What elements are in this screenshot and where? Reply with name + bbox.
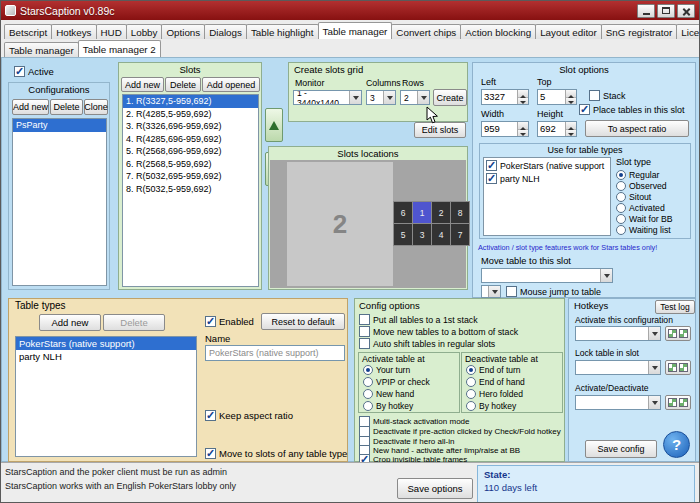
left-spinner[interactable]: 3327 bbox=[481, 89, 529, 105]
slot-move-up-button[interactable] bbox=[265, 108, 283, 142]
test-log-button[interactable]: Test log bbox=[655, 300, 695, 314]
activate-deactivate-hotkey-grid-button[interactable] bbox=[665, 395, 691, 410]
config-add-new-button[interactable]: Add new bbox=[12, 99, 49, 115]
table-type-checkbox[interactable]: party NLH bbox=[486, 173, 611, 184]
tab-hud[interactable]: HUD bbox=[96, 24, 127, 39]
lock-table-hotkey-grid-button[interactable] bbox=[665, 360, 691, 375]
list-item[interactable]: 1. R(3327,5-959,692) bbox=[123, 95, 258, 108]
place-tables-checkbox[interactable]: Place tables in this slot bbox=[579, 104, 685, 115]
put-all-tables-checkbox[interactable]: Put all tables to a 1st stack bbox=[359, 314, 478, 325]
slots-add-new-button[interactable]: Add new bbox=[121, 77, 164, 92]
activate-deactivate-hotkey-select[interactable] bbox=[575, 395, 661, 410]
slot-type-regular-radio[interactable]: Regular bbox=[616, 170, 659, 180]
deactivate-by-hotkey-radio[interactable]: By hotkey bbox=[466, 401, 516, 411]
to-aspect-ratio-button[interactable]: To aspect ratio bbox=[585, 120, 689, 137]
tab-options[interactable]: Options bbox=[161, 24, 205, 39]
spinner-arrows-icon[interactable] bbox=[517, 122, 528, 136]
spinner-arrows-icon[interactable] bbox=[565, 90, 576, 104]
list-item[interactable]: 7. R(5032,695-959,692) bbox=[123, 170, 258, 183]
deactivate-end-of-turn-radio[interactable]: End of turn bbox=[466, 365, 521, 375]
tab-lobby[interactable]: Lobby bbox=[126, 24, 163, 39]
config-delete-button[interactable]: Delete bbox=[50, 99, 83, 115]
slot-grid-cell[interactable]: 7 bbox=[451, 224, 469, 245]
list-item[interactable]: 4. R(4285,696-959,692) bbox=[123, 133, 258, 146]
monitor-select[interactable]: 1 - 3440x1440 bbox=[293, 90, 362, 105]
enabled-checkbox[interactable]: Enabled bbox=[205, 316, 254, 327]
mouse-jump-checkbox[interactable]: Mouse jump to table bbox=[506, 286, 601, 297]
list-item[interactable]: 2. R(4285,5-959,692) bbox=[123, 108, 258, 121]
deactivate-end-of-hand-radio[interactable]: End of hand bbox=[466, 377, 525, 387]
lock-table-hotkey-select[interactable] bbox=[575, 360, 661, 375]
table-types-add-button[interactable]: Add new bbox=[39, 314, 101, 331]
height-spinner[interactable]: 692 bbox=[537, 121, 577, 137]
slot-grid-cell[interactable]: 4 bbox=[432, 224, 450, 245]
tab-dialogs[interactable]: Dialogs bbox=[204, 24, 247, 39]
tab-license[interactable]: License bbox=[676, 24, 700, 39]
tab-sng-registrator[interactable]: SnG registrator bbox=[601, 24, 677, 39]
edit-slots-button[interactable]: Edit slots bbox=[414, 122, 466, 138]
slots-add-opened-button[interactable]: Add opened bbox=[202, 77, 260, 92]
maximize-icon[interactable] bbox=[657, 4, 675, 18]
minimize-icon[interactable] bbox=[637, 4, 655, 18]
slots-locations-canvas[interactable]: 2 6 1 2 8 5 3 4 7 bbox=[270, 160, 466, 288]
help-icon[interactable]: ? bbox=[663, 431, 690, 458]
list-item[interactable]: 5. R(2568,696-959,692) bbox=[123, 145, 258, 158]
list-item[interactable]: 8. R(5032,5-959,692) bbox=[123, 183, 258, 196]
tab-table-manager[interactable]: Table manager bbox=[318, 22, 393, 39]
save-config-button[interactable]: Save config bbox=[585, 440, 657, 458]
slot-type-sitout-radio[interactable]: Sitout bbox=[616, 192, 651, 202]
tab-layout-editor[interactable]: Layout editor bbox=[535, 24, 602, 39]
list-item[interactable]: 6. R(2568,5-959,692) bbox=[123, 158, 258, 171]
stack-checkbox[interactable]: Stack bbox=[589, 90, 626, 101]
spinner-arrows-icon[interactable] bbox=[517, 90, 528, 104]
active-checkbox[interactable]: Active bbox=[14, 66, 54, 77]
tab-hotkeys[interactable]: Hotkeys bbox=[51, 24, 96, 39]
move-table-select[interactable] bbox=[481, 268, 613, 283]
tab-table-manager-1[interactable]: Table manager bbox=[4, 42, 79, 57]
tab-action-blocking[interactable]: Action blocking bbox=[460, 24, 536, 39]
tab-table-manager-2[interactable]: Table manager 2 bbox=[78, 40, 161, 57]
columns-select[interactable]: 3 bbox=[366, 90, 396, 105]
width-spinner[interactable]: 959 bbox=[481, 121, 529, 137]
activate-vpip-radio[interactable]: VPIP or check bbox=[363, 377, 430, 387]
list-item[interactable]: PokerStars (native support) bbox=[16, 337, 196, 350]
auto-shift-checkbox[interactable]: Auto shift tables in regular slots bbox=[359, 338, 495, 349]
slot-grid-cell[interactable]: 3 bbox=[413, 224, 431, 245]
activate-configuration-hotkey-select[interactable] bbox=[575, 326, 661, 341]
move-new-tables-checkbox[interactable]: Move new tables to a bottom of stack bbox=[359, 326, 518, 337]
deactivate-hero-folded-radio[interactable]: Hero folded bbox=[466, 389, 523, 399]
slot-grid-cell[interactable]: 5 bbox=[394, 224, 412, 245]
close-icon[interactable] bbox=[677, 4, 695, 18]
slot-grid-cell-selected[interactable]: 1 bbox=[413, 202, 431, 223]
config-clone-button[interactable]: Clone bbox=[84, 99, 108, 115]
table-type-checkbox[interactable]: PokerStars (native support bbox=[486, 160, 611, 171]
slot-type-observed-radio[interactable]: Observed bbox=[616, 181, 667, 191]
mouse-jump-select[interactable] bbox=[481, 285, 501, 298]
tab-betscript[interactable]: Betscript bbox=[4, 24, 52, 39]
slot-grid-cell[interactable]: 6 bbox=[394, 202, 412, 223]
slot-grid-cell[interactable]: 8 bbox=[451, 202, 469, 223]
top-spinner[interactable]: 5 bbox=[537, 89, 577, 105]
tab-convert-chips[interactable]: Convert chips bbox=[391, 24, 461, 39]
slot-type-waiting-list-radio[interactable]: Waiting list bbox=[616, 225, 671, 235]
slots-delete-button[interactable]: Delete bbox=[165, 77, 201, 92]
slot-grid-cell[interactable]: 2 bbox=[432, 202, 450, 223]
create-button[interactable]: Create bbox=[433, 89, 467, 106]
list-item[interactable]: party NLH bbox=[16, 350, 196, 363]
table-types-delete-button[interactable]: Delete bbox=[103, 314, 165, 331]
reset-to-default-button[interactable]: Reset to default bbox=[261, 313, 345, 330]
activate-new-hand-radio[interactable]: New hand bbox=[363, 389, 414, 399]
activate-by-hotkey-radio[interactable]: By hotkey bbox=[363, 401, 413, 411]
save-options-button[interactable]: Save options bbox=[397, 478, 473, 499]
rows-select[interactable]: 2 bbox=[400, 90, 430, 105]
slot-type-activated-radio[interactable]: Activated bbox=[616, 203, 665, 213]
slot-type-wait-for-bb-radio[interactable]: Wait for BB bbox=[616, 214, 673, 224]
activate-your-turn-radio[interactable]: Your turn bbox=[363, 365, 410, 375]
spinner-arrows-icon[interactable] bbox=[565, 122, 576, 136]
tab-table-highlight[interactable]: Table highlight bbox=[246, 24, 319, 39]
list-item[interactable]: PsParty bbox=[13, 119, 106, 132]
keep-aspect-ratio-checkbox[interactable]: Keep aspect ratio bbox=[205, 410, 293, 421]
list-item[interactable]: 3. R(3326,696-959,692) bbox=[123, 120, 258, 133]
name-input[interactable]: PokerStars (native support) bbox=[205, 345, 345, 361]
activate-configuration-hotkey-grid-button[interactable] bbox=[665, 326, 691, 341]
